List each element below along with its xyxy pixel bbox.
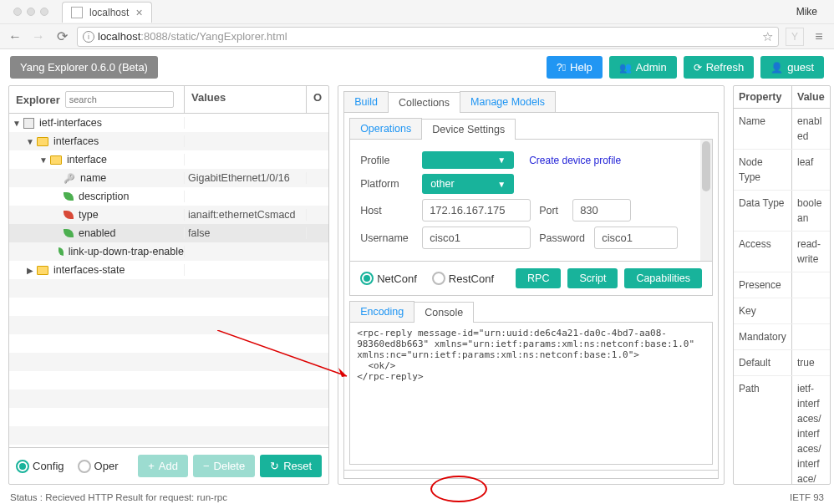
device-settings-form: Profile ▼ Create device profile Platform… [349, 140, 713, 262]
admin-button[interactable]: 👥Admin [609, 56, 677, 79]
delete-button[interactable]: − Delete [193, 455, 255, 477]
profile-select[interactable]: ▼ [422, 151, 514, 169]
minimize-window-icon[interactable] [27, 8, 35, 16]
port-label: Port [539, 205, 564, 216]
property-value: leaf [792, 150, 830, 190]
tree-row[interactable]: ▼ietf-interfaces [9, 114, 328, 132]
property-name: Access [734, 232, 792, 272]
main-tabs: Build Collections Manage Models [343, 91, 719, 113]
username-input[interactable] [422, 227, 531, 249]
tree-row[interactable]: link-up-down-trap-enable [9, 242, 328, 261]
tree-row-empty [9, 316, 328, 334]
tree-row[interactable]: ▼interface [9, 150, 328, 169]
node-name: interface [67, 154, 107, 165]
close-window-icon[interactable] [13, 8, 22, 16]
reload-icon[interactable]: ⟳ [53, 28, 70, 44]
back-icon[interactable]: ← [7, 29, 23, 44]
property-value [792, 324, 830, 349]
script-button[interactable]: Script [567, 268, 618, 288]
restconf-radio[interactable]: RestConf [432, 272, 494, 285]
scrollbar[interactable] [700, 140, 712, 261]
twisty-icon[interactable]: ▼ [13, 119, 21, 128]
netconf-radio[interactable]: NetConf [360, 272, 417, 285]
tree-row-empty [9, 279, 328, 298]
password-input[interactable] [594, 227, 678, 249]
twisty-icon[interactable]: ▼ [26, 137, 34, 146]
help-button[interactable]: ?⃝Help [547, 56, 603, 79]
tree-row-empty [9, 353, 328, 371]
tab-device-settings[interactable]: Device Settings [421, 119, 516, 140]
site-info-icon[interactable]: i [83, 31, 94, 43]
console-output[interactable]: <rpc-reply message-id="urn:uuid:de6c4a21… [349, 323, 713, 465]
browser-user[interactable]: Mike [796, 6, 827, 18]
search-input[interactable] [65, 91, 174, 108]
capabilities-button[interactable]: Capabilities [624, 268, 702, 288]
folder-icon [50, 155, 62, 165]
menu-icon[interactable]: ≡ [811, 29, 827, 44]
tree-row[interactable]: description [9, 187, 328, 206]
tab-build[interactable]: Build [343, 91, 389, 112]
oper-radio[interactable]: Oper [78, 460, 119, 473]
tree-row[interactable]: ▼interfaces [9, 132, 328, 150]
twisty-icon[interactable]: ▶ [26, 266, 34, 275]
platform-label: Platform [360, 178, 414, 190]
node-name: description [79, 191, 129, 202]
platform-select[interactable]: other▼ [422, 174, 514, 194]
tree-row[interactable]: typeianaift:ethernetCsmacd [9, 206, 328, 224]
node-value[interactable]: false [185, 227, 307, 239]
password-label: Password [539, 232, 586, 244]
port-input[interactable] [572, 199, 631, 221]
add-button[interactable]: + Add [138, 455, 188, 477]
property-name: Data Type [734, 191, 792, 231]
window-controls [7, 8, 55, 16]
property-name: Node Type [734, 150, 792, 190]
tab-console[interactable]: Console [414, 302, 474, 323]
close-tab-icon[interactable]: × [135, 6, 142, 19]
sub-tabs: Operations Device Settings [349, 118, 713, 140]
tab-title: localhost [89, 7, 129, 18]
reset-button[interactable]: ↻ Reset [260, 455, 322, 477]
refresh-button[interactable]: ⟳Refresh [684, 56, 755, 79]
tree-row-empty [9, 426, 328, 445]
property-value: ietf-interfaces/ interfaces/ interface/ … [792, 376, 830, 484]
bookmark-icon[interactable]: ☆ [762, 29, 773, 44]
status-right: IETF 93 [790, 492, 824, 502]
tree-row-empty [9, 408, 328, 426]
node-name: link-up-down-trap-enable [69, 246, 184, 257]
rpc-button[interactable]: RPC [516, 268, 561, 288]
extension-icon[interactable]: Y [786, 28, 804, 46]
browser-tab[interactable]: localhost × [62, 2, 152, 23]
node-name: interfaces [53, 135, 99, 147]
tree-row[interactable]: enabledfalse [9, 224, 328, 242]
leaf-icon [64, 211, 74, 219]
explorer-tree[interactable]: ▼ietf-interfaces▼interfaces▼interfacenam… [9, 114, 328, 447]
property-name: Mandatory [734, 324, 792, 349]
tree-row[interactable]: ▶interfaces-state [9, 261, 328, 279]
user-icon: 👤 [770, 62, 783, 74]
tab-operations[interactable]: Operations [349, 118, 422, 139]
tree-row[interactable]: nameGigabitEthernet1/0/16 [9, 169, 328, 187]
browser-chrome: localhost × Mike ← → ⟳ i localhost:8088/… [0, 0, 834, 49]
property-row: Nameenabled [734, 109, 830, 150]
chevron-down-icon: ▼ [497, 155, 506, 165]
tree-row-empty [9, 371, 328, 389]
tab-encoding[interactable]: Encoding [349, 301, 414, 322]
profile-label: Profile [360, 155, 414, 166]
node-name: ietf-interfaces [39, 117, 102, 129]
property-panel: Property Value NameenabledNode TypeleafD… [733, 85, 831, 485]
create-profile-link[interactable]: Create device profile [529, 155, 621, 166]
guest-button[interactable]: 👤guest [760, 56, 824, 79]
node-value[interactable]: GigabitEthernet1/0/16 [185, 172, 307, 184]
tab-manage-models[interactable]: Manage Models [460, 91, 556, 112]
config-radio[interactable]: Config [16, 460, 64, 473]
address-bar[interactable]: i localhost:8088/static/YangExplorer.htm… [77, 27, 779, 47]
maximize-window-icon[interactable] [40, 8, 48, 16]
tab-collections[interactable]: Collections [388, 92, 460, 113]
forward-icon: → [30, 29, 47, 44]
twisty-icon[interactable]: ▼ [39, 155, 48, 165]
property-name: Name [734, 109, 792, 149]
host-input[interactable] [422, 199, 531, 221]
property-rows: NameenabledNode TypeleafData Typeboolean… [734, 109, 830, 484]
property-row: Pathietf-interfaces/ interfaces/ interfa… [734, 376, 830, 484]
node-value[interactable]: ianaift:ethernetCsmacd [185, 209, 307, 221]
